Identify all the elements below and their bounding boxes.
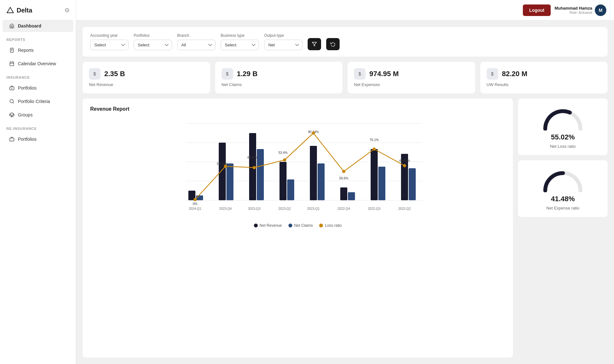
app-logo: Delta ⊙ [0, 0, 76, 19]
svg-point-52 [403, 164, 406, 167]
svg-point-47 [253, 166, 256, 169]
svg-text:2022-Q4: 2022-Q4 [338, 207, 350, 210]
svg-rect-33 [310, 146, 317, 200]
branch-select[interactable]: All [177, 40, 216, 50]
gauge-expense-ratio-container [540, 167, 585, 192]
avatar: M [595, 4, 606, 16]
sidebar-section-reports: REPORTS [0, 33, 76, 44]
gauge-label-loss-ratio: Net Loss ratio [550, 144, 576, 149]
stat-label-3: UW Results [487, 82, 602, 87]
gauge-card-expense-ratio: 41.48% Net Expense ratio [518, 160, 608, 217]
home-icon [9, 23, 15, 29]
reports-icon [9, 47, 15, 53]
sidebar-item-calendar[interactable]: Calendar Overview [3, 58, 73, 70]
stat-cards: $ 2.35 B Net Revenue $ 1.29 B Net Claims… [83, 62, 608, 93]
header: Logout Muhammad Hamza Role: Actuarial M [76, 0, 614, 20]
svg-rect-37 [348, 192, 355, 200]
svg-rect-43 [409, 168, 416, 200]
calendar-icon [9, 61, 15, 67]
svg-rect-15 [10, 138, 14, 141]
svg-rect-39 [371, 149, 378, 200]
svg-rect-4 [10, 62, 14, 66]
svg-text:2023-Q1: 2023-Q1 [307, 207, 320, 210]
svg-text:2022-Q3: 2022-Q3 [368, 207, 381, 210]
stat-card-net-revenue: $ 2.35 B Net Revenue [83, 62, 210, 93]
reset-icon [330, 42, 335, 47]
portfolios-label: Portfolios [134, 33, 172, 38]
criteria-label: Portfolio Criteria [18, 99, 50, 104]
filter-icon [312, 42, 317, 47]
filter-accounting-year: Accounting year Select [90, 33, 129, 50]
sidebar-item-dashboard[interactable]: Dashboard [3, 20, 73, 32]
app-name: Delta [17, 7, 32, 14]
accounting-year-select[interactable]: Select [90, 40, 129, 50]
user-role: Role: Actuarial [555, 11, 592, 14]
sidebar-item-reports[interactable]: Reports [3, 44, 73, 56]
branch-label: Branch [177, 33, 216, 38]
chart-title: Revenue Report [90, 106, 505, 112]
gauge-svg-loss-ratio [540, 105, 585, 131]
svg-rect-36 [340, 187, 347, 200]
output-type-label: Output type [264, 33, 303, 38]
groups-icon [9, 112, 15, 118]
svg-point-49 [312, 131, 315, 135]
portfolios-icon [9, 85, 15, 91]
stat-card-net-claims: $ 1.29 B Net Claims [215, 62, 343, 93]
gauge-svg-expense-ratio [540, 167, 585, 192]
filter-portfolios: Portfolios Select [134, 33, 172, 50]
gauge-value-loss-ratio: 55.02% [551, 133, 575, 141]
stat-value-0: 2.35 B [104, 70, 125, 78]
stat-card-uw-results: $ 82.20 M UW Results [480, 62, 608, 93]
stat-label-1: Net Claims [222, 82, 336, 87]
svg-text:53.4%: 53.4% [279, 151, 287, 154]
sidebar-item-re-portfolios[interactable]: Portfolios [3, 133, 73, 145]
legend-label-net-revenue: Net Revenue [260, 223, 282, 228]
chart-legend: Net Revenue Net Claims Loss ratio [90, 223, 505, 228]
bottom-row: Revenue Report [83, 99, 608, 358]
svg-text:43.83%: 43.83% [247, 156, 258, 159]
sidebar-item-criteria[interactable]: Portfolio Criteria [3, 95, 73, 107]
filters-bar: Accounting year Select Portfolios Select… [83, 27, 608, 57]
filter-button[interactable] [308, 38, 321, 50]
legend-label-loss-ratio: Loss ratio [325, 223, 342, 228]
stat-value-3: 82.20 M [502, 70, 528, 78]
sidebar: Delta ⊙ Dashboard REPORTS Reports Calend… [0, 0, 76, 364]
logout-button[interactable]: Logout [523, 4, 551, 16]
stat-label-2: Net Expenses [354, 82, 469, 87]
svg-point-50 [342, 170, 345, 173]
svg-rect-24 [219, 143, 226, 200]
filter-output-type: Output type Net [264, 33, 303, 50]
content-area: Accounting year Select Portfolios Select… [76, 20, 614, 364]
stat-card-net-expenses: $ 974.95 M Net Expenses [348, 62, 475, 93]
sidebar-item-groups[interactable]: Groups [3, 109, 73, 121]
ins-portfolios-label: Portfolios [18, 85, 36, 91]
svg-rect-30 [279, 162, 287, 200]
reset-button[interactable] [326, 38, 340, 50]
legend-label-net-claims: Net Claims [294, 223, 313, 228]
svg-point-46 [224, 165, 227, 168]
settings-icon[interactable]: ⊙ [65, 7, 69, 14]
re-portfolios-icon [9, 136, 15, 142]
dollar-icon-0: $ [89, 68, 100, 80]
main-area: Logout Muhammad Hamza Role: Actuarial M … [76, 0, 614, 364]
accounting-year-label: Accounting year [90, 33, 129, 38]
gauge-cards: 55.02% Net Loss ratio 41.48% Net Ex [518, 99, 608, 358]
gauge-loss-ratio-container [540, 105, 585, 131]
legend-net-revenue: Net Revenue [254, 223, 282, 228]
gauge-card-loss-ratio: 55.02% Net Loss ratio [518, 99, 608, 155]
stat-label-0: Net Revenue [89, 82, 204, 87]
svg-rect-31 [287, 179, 294, 200]
svg-marker-16 [312, 42, 316, 46]
sidebar-item-ins-portfolios[interactable]: Portfolios [3, 82, 73, 94]
dollar-icon-2: $ [354, 68, 366, 80]
svg-point-11 [10, 99, 13, 103]
legend-dot-net-claims [288, 224, 292, 227]
chart-card: Revenue Report [83, 99, 513, 358]
svg-text:2023-Q2: 2023-Q2 [279, 207, 291, 210]
output-type-select[interactable]: Net [264, 40, 303, 50]
portfolios-select[interactable]: Select [134, 40, 172, 50]
user-name: Muhammad Hamza [555, 6, 592, 11]
svg-text:76.1%: 76.1% [370, 138, 379, 142]
svg-text:2023-Q4: 2023-Q4 [219, 207, 232, 210]
business-type-select[interactable]: Select [221, 40, 259, 50]
